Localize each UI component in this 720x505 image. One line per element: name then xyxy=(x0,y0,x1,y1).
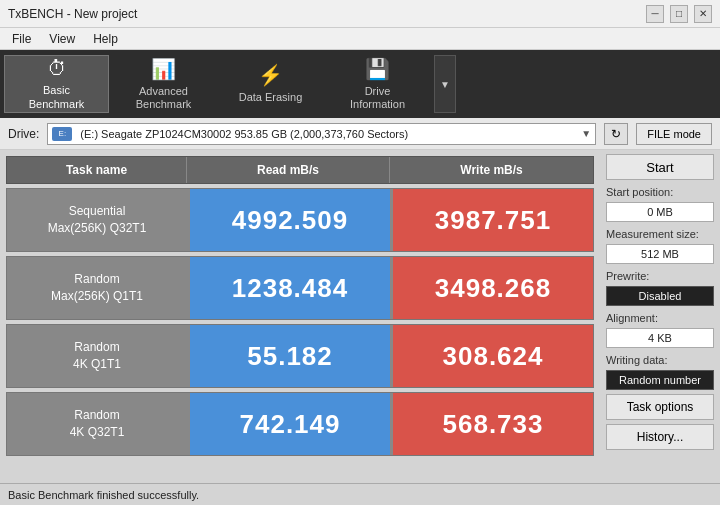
drive-dropdown-arrow: ▼ xyxy=(581,128,591,139)
table-row: RandomMax(256K) Q1T1 1238.484 3498.268 xyxy=(6,256,594,320)
drive-icon: E: xyxy=(52,127,72,141)
window-controls: ─ □ ✕ xyxy=(646,5,712,23)
start-position-value: 0 MB xyxy=(606,202,714,222)
drive-label: Drive: xyxy=(8,127,39,141)
advanced-benchmark-label: AdvancedBenchmark xyxy=(136,85,192,111)
toolbar-advanced-benchmark[interactable]: 📊 AdvancedBenchmark xyxy=(111,55,216,113)
menu-help[interactable]: Help xyxy=(85,30,126,48)
task-options-button[interactable]: Task options xyxy=(606,394,714,420)
start-button[interactable]: Start xyxy=(606,154,714,180)
row-read-0: 4992.509 xyxy=(190,189,390,251)
row-read-2: 55.182 xyxy=(190,325,390,387)
drive-information-icon: 💾 xyxy=(365,57,390,81)
drive-selector[interactable]: E: (E:) Seagate ZP1024CM30002 953.85 GB … xyxy=(47,123,596,145)
writing-data-value[interactable]: Random number xyxy=(606,370,714,390)
prewrite-value[interactable]: Disabled xyxy=(606,286,714,306)
start-position-label: Start position: xyxy=(606,186,714,198)
main-area: Task name Read mB/s Write mB/s Sequentia… xyxy=(0,150,720,483)
measurement-size-value: 512 MB xyxy=(606,244,714,264)
basic-benchmark-icon: ⏱ xyxy=(47,57,67,80)
toolbar-drive-information[interactable]: 💾 DriveInformation xyxy=(325,55,430,113)
close-button[interactable]: ✕ xyxy=(694,5,712,23)
right-panel: Start Start position: 0 MB Measurement s… xyxy=(600,150,720,483)
drive-information-label: DriveInformation xyxy=(350,85,405,111)
file-mode-button[interactable]: FILE mode xyxy=(636,123,712,145)
history-button[interactable]: History... xyxy=(606,424,714,450)
prewrite-label: Prewrite: xyxy=(606,270,714,282)
writing-data-label: Writing data: xyxy=(606,354,714,366)
row-label-3: Random4K Q32T1 xyxy=(7,393,187,455)
data-erasing-icon: ⚡ xyxy=(258,63,283,87)
status-bar: Basic Benchmark finished successfully. xyxy=(0,483,720,505)
data-erasing-label: Data Erasing xyxy=(239,91,303,104)
benchmark-table: Task name Read mB/s Write mB/s Sequentia… xyxy=(0,150,600,483)
row-write-0: 3987.751 xyxy=(393,189,593,251)
menu-view[interactable]: View xyxy=(41,30,83,48)
row-read-1: 1238.484 xyxy=(190,257,390,319)
row-write-3: 568.733 xyxy=(393,393,593,455)
toolbar-dropdown[interactable]: ▼ xyxy=(434,55,456,113)
drive-refresh-button[interactable]: ↻ xyxy=(604,123,628,145)
table-row: Random4K Q32T1 742.149 568.733 xyxy=(6,392,594,456)
title-bar: TxBENCH - New project ─ □ ✕ xyxy=(0,0,720,28)
table-row: SequentialMax(256K) Q32T1 4992.509 3987.… xyxy=(6,188,594,252)
row-read-3: 742.149 xyxy=(190,393,390,455)
menu-file[interactable]: File xyxy=(4,30,39,48)
drive-bar: Drive: E: (E:) Seagate ZP1024CM30002 953… xyxy=(0,118,720,150)
table-header: Task name Read mB/s Write mB/s xyxy=(6,156,594,184)
minimize-button[interactable]: ─ xyxy=(646,5,664,23)
window-title: TxBENCH - New project xyxy=(8,7,137,21)
toolbar-data-erasing[interactable]: ⚡ Data Erasing xyxy=(218,55,323,113)
header-task-name: Task name xyxy=(7,157,187,183)
menu-bar: File View Help xyxy=(0,28,720,50)
header-write: Write mB/s xyxy=(390,157,593,183)
maximize-button[interactable]: □ xyxy=(670,5,688,23)
toolbar-basic-benchmark[interactable]: ⏱ BasicBenchmark xyxy=(4,55,109,113)
status-text: Basic Benchmark finished successfully. xyxy=(8,489,199,501)
alignment-label: Alignment: xyxy=(606,312,714,324)
alignment-value: 4 KB xyxy=(606,328,714,348)
toolbar: ⏱ BasicBenchmark 📊 AdvancedBenchmark ⚡ D… xyxy=(0,50,720,118)
row-label-0: SequentialMax(256K) Q32T1 xyxy=(7,189,187,251)
row-write-2: 308.624 xyxy=(393,325,593,387)
basic-benchmark-label: BasicBenchmark xyxy=(29,84,85,110)
row-write-1: 3498.268 xyxy=(393,257,593,319)
drive-select-text: (E:) Seagate ZP1024CM30002 953.85 GB (2,… xyxy=(80,128,408,140)
advanced-benchmark-icon: 📊 xyxy=(151,57,176,81)
table-row: Random4K Q1T1 55.182 308.624 xyxy=(6,324,594,388)
row-label-1: RandomMax(256K) Q1T1 xyxy=(7,257,187,319)
row-label-2: Random4K Q1T1 xyxy=(7,325,187,387)
measurement-size-label: Measurement size: xyxy=(606,228,714,240)
header-read: Read mB/s xyxy=(187,157,390,183)
